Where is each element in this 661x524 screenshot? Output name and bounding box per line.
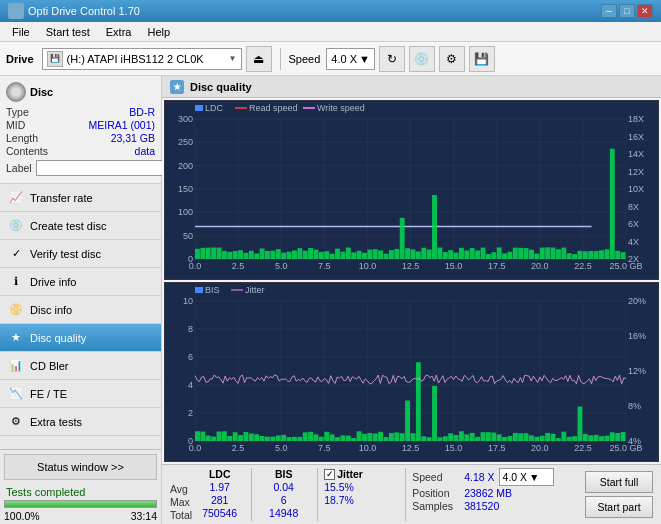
stats-bar: Avg Max Total LDC 1.97 281 750546 BIS 0.…: [162, 464, 661, 524]
cd-bler-icon: 📊: [8, 358, 24, 374]
progress-bar-container: [4, 500, 157, 508]
avg-label: Avg: [170, 483, 192, 495]
menu-help[interactable]: Help: [139, 24, 178, 40]
bis-total: 14948: [269, 507, 298, 519]
sidebar-item-fe-te[interactable]: 📉 FE / TE: [0, 380, 161, 408]
ldc-canvas: [165, 101, 658, 279]
menu-file[interactable]: File: [4, 24, 38, 40]
progress-percent: 100.0%: [4, 510, 40, 522]
disc-button[interactable]: 💿: [409, 46, 435, 72]
menu-extra[interactable]: Extra: [98, 24, 140, 40]
disc-mid-label: MID: [6, 119, 25, 131]
drive-label: Drive: [6, 53, 34, 65]
sidebar-item-label-cd-bler: CD Bler: [30, 360, 69, 372]
sidebar-nav: 📈 Transfer rate 💿 Create test disc ✓ Ver…: [0, 184, 161, 449]
bis-max: 6: [281, 494, 287, 506]
disc-panel: Disc Type BD-R MID MEIRA1 (001) Length 2…: [0, 76, 161, 184]
close-button[interactable]: ✕: [637, 4, 653, 18]
settings-button[interactable]: ⚙: [439, 46, 465, 72]
speed-row: Speed 4.18 X 4.0 X ▼: [412, 468, 585, 486]
content-header-icon: ★: [170, 80, 184, 94]
menubar: File Start test Extra Help: [0, 22, 661, 42]
ldc-header: LDC: [209, 468, 231, 480]
toolbar: Drive 💾 (H:) ATAPI iHBS112 2 CL0K ▼ ⏏ Sp…: [0, 42, 661, 76]
eject-button[interactable]: ⏏: [246, 46, 272, 72]
bis-jitter-chart: [164, 282, 659, 462]
sidebar-item-label-disc-quality: Disc quality: [30, 332, 86, 344]
stats-speed-val: 4.0 X: [503, 471, 528, 483]
disc-mid-row: MID MEIRA1 (001): [6, 119, 155, 131]
app-icon: [8, 3, 24, 19]
bis-avg: 0.04: [273, 481, 293, 493]
content-header: ★ Disc quality: [162, 76, 661, 98]
start-full-button[interactable]: Start full: [585, 471, 653, 493]
minimize-button[interactable]: ─: [601, 4, 617, 18]
stats-divider-2: [317, 468, 318, 521]
sidebar-item-label-create-test-disc: Create test disc: [30, 220, 106, 232]
drive-selector[interactable]: 💾 (H:) ATAPI iHBS112 2 CL0K ▼: [42, 48, 242, 70]
sidebar-item-cd-bler[interactable]: 📊 CD Bler: [0, 352, 161, 380]
sidebar-item-label-transfer-rate: Transfer rate: [30, 192, 93, 204]
jitter-checkbox[interactable]: ✓: [324, 469, 335, 480]
disc-label-input[interactable]: [36, 160, 169, 176]
samples-label: Samples: [412, 500, 460, 512]
bis-stats-col: BIS 0.04 6 14948: [256, 468, 311, 519]
position-row: Position 23862 MB: [412, 487, 585, 499]
disc-contents-row: Contents data: [6, 145, 155, 157]
disc-header-label: Disc: [30, 86, 53, 98]
sidebar: Disc Type BD-R MID MEIRA1 (001) Length 2…: [0, 76, 162, 524]
start-part-button[interactable]: Start part: [585, 496, 653, 518]
drive-value: (H:) ATAPI iHBS112 2 CL0K: [67, 53, 204, 65]
disc-mid-value: MEIRA1 (001): [88, 119, 155, 131]
save-button[interactable]: 💾: [469, 46, 495, 72]
sidebar-item-disc-info[interactable]: 📀 Disc info: [0, 296, 161, 324]
stats-divider-1: [251, 468, 252, 521]
charts-container: [162, 98, 661, 464]
toolbar-separator: [280, 48, 281, 70]
maximize-button[interactable]: □: [619, 4, 635, 18]
disc-label-text: Label: [6, 162, 32, 174]
sidebar-item-label-verify-test-disc: Verify test disc: [30, 248, 101, 260]
drive-dropdown-arrow: ▼: [229, 54, 237, 63]
app-title: Opti Drive Control 1.70: [28, 5, 601, 17]
disc-length-value: 23,31 GB: [111, 132, 155, 144]
sidebar-item-drive-info[interactable]: ℹ Drive info: [0, 268, 161, 296]
main-area: Disc Type BD-R MID MEIRA1 (001) Length 2…: [0, 76, 661, 524]
jitter-avg: 15.5%: [324, 481, 399, 493]
sidebar-item-label-disc-info: Disc info: [30, 304, 72, 316]
disc-header: Disc: [6, 82, 155, 102]
ldc-stats-col: LDC 1.97 281 750546: [192, 468, 247, 519]
speed-selector[interactable]: 4.0 X ▼: [326, 48, 375, 70]
refresh-button[interactable]: ↻: [379, 46, 405, 72]
disc-type-value: BD-R: [129, 106, 155, 118]
disc-length-label: Length: [6, 132, 38, 144]
disc-quality-icon: ★: [8, 330, 24, 346]
verify-test-disc-icon: ✓: [8, 246, 24, 262]
disc-type-label: Type: [6, 106, 29, 118]
sidebar-item-create-test-disc[interactable]: 💿 Create test disc: [0, 212, 161, 240]
create-test-disc-icon: 💿: [8, 218, 24, 234]
extra-tests-icon: ⚙: [8, 414, 24, 430]
drive-icon: 💾: [47, 51, 63, 67]
disc-contents-value: data: [135, 145, 155, 157]
content-title: Disc quality: [190, 81, 252, 93]
bis-canvas: [165, 283, 658, 461]
status-window-button[interactable]: Status window >>: [4, 454, 157, 480]
sidebar-item-transfer-rate[interactable]: 📈 Transfer rate: [0, 184, 161, 212]
disc-label-row: Label ✎: [6, 159, 155, 177]
speed-dropdown-arrow: ▼: [359, 53, 370, 65]
menu-start-test[interactable]: Start test: [38, 24, 98, 40]
stats-divider-3: [405, 468, 406, 521]
disc-contents-label: Contents: [6, 145, 48, 157]
position-label: Position: [412, 487, 460, 499]
position-value: 23862 MB: [464, 487, 512, 499]
sidebar-item-disc-quality[interactable]: ★ Disc quality: [0, 324, 161, 352]
status-text: Tests completed: [0, 484, 161, 500]
jitter-max: 18.7%: [324, 494, 399, 506]
progress-bar-fill: [5, 501, 156, 507]
sidebar-item-verify-test-disc[interactable]: ✓ Verify test disc: [0, 240, 161, 268]
drive-info-icon: ℹ: [8, 274, 24, 290]
sidebar-item-extra-tests[interactable]: ⚙ Extra tests: [0, 408, 161, 436]
stats-speed-selector[interactable]: 4.0 X ▼: [499, 468, 554, 486]
total-label: Total: [170, 509, 192, 521]
